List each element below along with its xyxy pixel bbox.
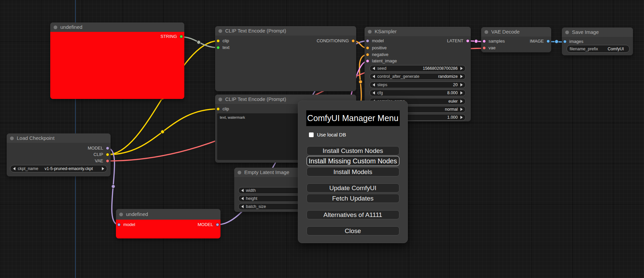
collapse-dot-icon[interactable] bbox=[54, 25, 57, 29]
increment-arrow-icon[interactable] bbox=[460, 116, 463, 119]
increment-arrow-icon[interactable] bbox=[460, 83, 463, 87]
collapse-dot-icon[interactable] bbox=[565, 31, 569, 34]
output-label: CLIP bbox=[93, 152, 103, 157]
clip-output-port[interactable] bbox=[106, 153, 109, 156]
vae-output-port[interactable] bbox=[106, 159, 109, 163]
widget-value: 156680208700286 bbox=[423, 66, 460, 71]
checkbox-label: Use local DB bbox=[317, 132, 346, 137]
model-output-port[interactable] bbox=[106, 147, 109, 150]
link-string-to-text bbox=[181, 37, 218, 48]
node-title: undefined bbox=[126, 211, 148, 217]
image-output-port[interactable] bbox=[546, 40, 550, 43]
link-midpoint-dot bbox=[555, 40, 559, 44]
node-undefined-model[interactable]: undefined model MODEL bbox=[116, 209, 220, 238]
output-label: STRING bbox=[160, 34, 177, 39]
widget-value: 8.000 bbox=[447, 91, 460, 95]
collapse-dot-icon[interactable] bbox=[238, 171, 241, 174]
widget-value: ComfyUI bbox=[607, 47, 627, 51]
steps-widget[interactable]: steps 20 bbox=[370, 81, 466, 88]
input-label: text bbox=[222, 45, 230, 50]
output-label: CONDITIONING bbox=[317, 38, 349, 43]
seed-widget[interactable]: seed 156680208700286 bbox=[370, 65, 466, 72]
node-title-bar: undefined bbox=[116, 209, 220, 220]
node-title: CLIP Text Encode (Prompt) bbox=[225, 28, 286, 34]
widget-value: euler bbox=[448, 99, 460, 104]
output-label: VAE bbox=[95, 158, 103, 163]
increment-arrow-icon[interactable] bbox=[460, 100, 463, 103]
install-models-button[interactable]: Install Models bbox=[307, 167, 399, 176]
increment-arrow-icon[interactable] bbox=[460, 91, 463, 95]
widget-label: seed bbox=[377, 66, 386, 71]
widget-label: control_after_generate bbox=[377, 74, 420, 79]
node-title: CLIP Text Encode (Prompt) bbox=[225, 96, 286, 102]
fetch-updates-button[interactable]: Fetch Updates bbox=[307, 194, 399, 203]
collapse-dot-icon[interactable] bbox=[368, 30, 372, 34]
widget-value: randomize bbox=[438, 74, 460, 79]
decrement-arrow-icon[interactable] bbox=[373, 67, 375, 70]
next-arrow-icon[interactable] bbox=[102, 167, 104, 170]
ckpt-name-widget[interactable]: ckpt_name v1-5-pruned-emaonly.ckpt bbox=[10, 165, 107, 172]
negative-input-port[interactable] bbox=[366, 53, 369, 56]
widget-label: height bbox=[246, 196, 257, 201]
cfg-widget[interactable]: cfg 8.000 bbox=[370, 90, 466, 96]
positive-input-port[interactable] bbox=[366, 46, 369, 50]
alternatives-of-a1111-button[interactable]: Alternatives of A1111 bbox=[307, 210, 399, 219]
comfyui-manager-dialog[interactable]: ComfyUI Manager Menu Use local DB Instal… bbox=[298, 101, 408, 243]
link-midpoint-dot bbox=[197, 41, 201, 44]
close-button[interactable]: Close bbox=[307, 226, 399, 235]
node-title: KSampler bbox=[375, 29, 397, 34]
node-load-checkpoint[interactable]: Load Checkpoint MODEL CLIP VAE ckpt_name… bbox=[7, 133, 111, 176]
output-label: LATENT bbox=[447, 38, 463, 43]
widget-label: batch_size bbox=[246, 204, 266, 209]
conditioning-output-port[interactable] bbox=[351, 39, 355, 43]
use-local-db-checkbox[interactable] bbox=[309, 132, 314, 137]
latent-output-port[interactable] bbox=[466, 39, 469, 43]
input-label: positive bbox=[372, 45, 387, 50]
vae-input-port[interactable] bbox=[482, 46, 486, 50]
decrement-arrow-icon[interactable] bbox=[241, 189, 244, 192]
filename-prefix-widget[interactable]: filename_prefix ComfyUI bbox=[567, 45, 630, 53]
clip-input-port[interactable] bbox=[216, 107, 220, 111]
decrement-arrow-icon[interactable] bbox=[373, 75, 375, 78]
text-input-port[interactable] bbox=[216, 46, 220, 49]
input-label: vae bbox=[489, 45, 496, 50]
decrement-arrow-icon[interactable] bbox=[241, 205, 244, 208]
install-custom-nodes-button[interactable]: Install Custom Nodes bbox=[307, 146, 399, 155]
increment-arrow-icon[interactable] bbox=[460, 67, 463, 70]
comfyui-canvas[interactable]: undefined STRING CLIP Text Encode (Promp… bbox=[0, 0, 644, 278]
node-undefined-string[interactable]: undefined STRING bbox=[50, 22, 184, 99]
node-clip-text-encode-positive[interactable]: CLIP Text Encode (Prompt) clip text COND… bbox=[215, 26, 356, 91]
node-title: Save Image bbox=[572, 29, 599, 35]
control-after-generate-widget[interactable]: control_after_generate randomize bbox=[370, 73, 466, 80]
prev-arrow-icon[interactable] bbox=[13, 167, 15, 170]
widget-value: 1.000 bbox=[447, 115, 460, 120]
node-title: undefined bbox=[60, 24, 82, 30]
collapse-dot-icon[interactable] bbox=[119, 213, 123, 216]
decrement-arrow-icon[interactable] bbox=[373, 83, 375, 87]
collapse-dot-icon[interactable] bbox=[10, 136, 14, 140]
widget-label: steps bbox=[377, 82, 387, 87]
collapse-dot-icon[interactable] bbox=[218, 29, 222, 33]
images-input-port[interactable] bbox=[563, 40, 567, 43]
string-output-port[interactable] bbox=[180, 35, 183, 38]
decrement-arrow-icon[interactable] bbox=[241, 197, 244, 200]
increment-arrow-icon[interactable] bbox=[460, 108, 463, 111]
node-save-image[interactable]: Save Image images filename_prefix ComfyU… bbox=[562, 27, 633, 55]
install-missing-custom-nodes-button[interactable]: Install Missing Custom Nodes bbox=[307, 156, 399, 166]
link-clip-to-negative-encode bbox=[108, 109, 218, 155]
input-label: latent_image bbox=[372, 58, 397, 63]
collapse-dot-icon[interactable] bbox=[218, 98, 222, 101]
collapse-dot-icon[interactable] bbox=[485, 30, 488, 34]
node-title: Load Checkpoint bbox=[17, 135, 55, 141]
update-comfyui-button[interactable]: Update ComfyUI bbox=[307, 183, 399, 192]
model-output-port[interactable] bbox=[216, 223, 219, 226]
widget-label: ckpt_name bbox=[18, 166, 38, 171]
dialog-title: ComfyUI Manager Menu bbox=[306, 110, 400, 126]
node-title-bar: undefined bbox=[50, 22, 184, 32]
node-vae-decode[interactable]: VAE Decode samples vae IMAGE bbox=[481, 27, 551, 52]
widget-value: v1-5-pruned-emaonly.ckpt bbox=[45, 166, 95, 171]
output-label: IMAGE bbox=[530, 39, 544, 44]
increment-arrow-icon[interactable] bbox=[460, 75, 463, 78]
decrement-arrow-icon[interactable] bbox=[373, 91, 375, 95]
latent-image-input-port[interactable] bbox=[366, 59, 369, 63]
